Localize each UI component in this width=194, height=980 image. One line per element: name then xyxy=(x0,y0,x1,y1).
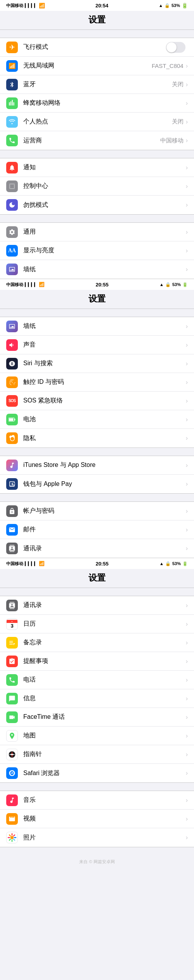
control-center-chevron: › xyxy=(186,183,188,190)
wifi-icon: 📶 xyxy=(39,3,45,9)
row-touchid[interactable]: 触控 ID 与密码 › xyxy=(0,373,194,392)
row-photos[interactable]: 照片 › xyxy=(0,828,194,847)
row-display[interactable]: AA 显示与亮度 › xyxy=(0,241,194,260)
general-label: 通用 xyxy=(23,228,186,236)
music-chevron: › xyxy=(186,797,188,804)
settings-title-3: 设置 xyxy=(0,569,194,588)
svg-line-13 xyxy=(14,839,15,840)
row-account[interactable]: 帐户与密码 › xyxy=(0,502,194,520)
carrier-value: 中国移动 xyxy=(160,137,184,144)
row-sos[interactable]: SOS SOS 紧急联络 › xyxy=(0,392,194,410)
row-control-center[interactable]: 控制中心 › xyxy=(0,177,194,196)
row-wallpaper[interactable]: 墙纸 › xyxy=(0,260,194,279)
airplane-toggle[interactable] xyxy=(166,42,185,53)
display-chevron: › xyxy=(186,247,188,254)
row-facetime[interactable]: FaceTime 通话 › xyxy=(0,708,194,727)
safari-label: Safari 浏览器 xyxy=(23,769,186,777)
bluetooth-icon xyxy=(6,79,18,90)
cellular-label: 蜂窝移动网络 xyxy=(23,99,186,107)
signal-bars: ▎▎▎▎ xyxy=(25,3,37,8)
row-cellular[interactable]: 蜂窝移动网络 › xyxy=(0,94,194,113)
row-itunes[interactable]: iTunes Store 与 App Store › xyxy=(0,456,194,475)
hotspot-value: 关闭 xyxy=(172,118,184,125)
general-icon xyxy=(6,226,18,238)
row-hotspot[interactable]: 个人热点 关闭 › xyxy=(0,113,194,131)
location-3: ▲ xyxy=(159,561,164,566)
row-phone[interactable]: 电话 › xyxy=(0,671,194,689)
notifications-chevron: › xyxy=(186,164,188,171)
row-general[interactable]: 通用 › xyxy=(0,223,194,241)
cellular-icon xyxy=(6,97,18,109)
row-wallet[interactable]: 钱包与 Apple Pay › xyxy=(0,475,194,493)
maps-label: 地图 xyxy=(23,732,186,740)
row-reminders[interactable]: 提醒事项 › xyxy=(0,652,194,671)
account-label: 帐户与密码 xyxy=(23,507,186,515)
wallet-icon xyxy=(6,478,18,490)
hotspot-chevron: › xyxy=(186,118,188,125)
mail-icon xyxy=(6,524,18,536)
time-3: 20:55 xyxy=(95,561,108,567)
wifi-2: 📶 xyxy=(39,282,45,287)
time-display: 20:54 xyxy=(95,3,108,9)
row-maps[interactable]: 地图 › xyxy=(0,727,194,745)
calendar-icon: ▪▪ 3 xyxy=(6,618,18,630)
row-wifi[interactable]: 📶 无线局域网 FAST_C804 › xyxy=(0,57,194,75)
dnd-chevron: › xyxy=(186,201,188,208)
carrier-chevron: › xyxy=(186,137,188,144)
row-privacy[interactable]: 隐私 › xyxy=(0,429,194,448)
row-siri[interactable]: Siri 与搜索 › xyxy=(0,354,194,373)
privacy-label: 隐私 xyxy=(23,434,186,442)
cellular-chevron: › xyxy=(186,100,188,107)
calendar-icon-top: ▪▪ xyxy=(7,620,17,623)
status-bar-2: 中国移动 ▎▎▎▎ 📶 20:55 ▲ 🔒 53% 🔋 xyxy=(0,279,194,290)
reminders-icon xyxy=(6,656,18,667)
row-music[interactable]: 音乐 › xyxy=(0,791,194,810)
section-general-inner: 通用 › AA 显示与亮度 › 墙纸 › xyxy=(0,222,194,279)
row-battery[interactable]: 电池 › xyxy=(0,410,194,429)
carrier-icon xyxy=(6,135,18,146)
location-icon: ▲ xyxy=(159,3,163,8)
row-carrier[interactable]: 运营商 中国移动 › xyxy=(0,131,194,150)
row-notifications[interactable]: 通知 › xyxy=(0,158,194,177)
wallpaper2-chevron: › xyxy=(186,323,188,330)
row-dnd[interactable]: 勿扰模式 › xyxy=(0,196,194,214)
section-notifications-inner: 通知 › 控制中心 › 勿扰模式 › xyxy=(0,158,194,215)
toggle-knob xyxy=(166,42,177,52)
wallet-chevron: › xyxy=(186,480,188,487)
messages-icon xyxy=(6,693,18,704)
facetime-chevron: › xyxy=(186,714,188,721)
status-bar-2-right: ▲ 🔒 53% 🔋 xyxy=(159,282,188,287)
section-itunes-inner: iTunes Store 与 App Store › 钱包与 Apple Pay… xyxy=(0,456,194,494)
row-contacts2[interactable]: 通讯录 › xyxy=(0,596,194,615)
section-s2-1-inner: 墙纸 › 声音 › Siri 与搜索 › xyxy=(0,317,194,448)
sound-icon xyxy=(6,339,18,351)
contacts-label: 通讯录 xyxy=(23,545,186,553)
row-airplane[interactable]: ✈ 飞行模式 xyxy=(0,38,194,57)
status-bar-2-left: 中国移动 ▎▎▎▎ 📶 xyxy=(6,282,45,288)
notifications-icon xyxy=(6,162,18,173)
row-messages[interactable]: 信息 › xyxy=(0,689,194,708)
touchid-label: 触控 ID 与密码 xyxy=(23,378,186,386)
row-notes[interactable]: 备忘录 › xyxy=(0,633,194,652)
lock-2: 🔒 xyxy=(165,282,171,287)
row-sound[interactable]: 声音 › xyxy=(0,336,194,354)
row-mail[interactable]: 邮件 › xyxy=(0,520,194,539)
wifi-label: 无线局域网 xyxy=(23,62,152,70)
facetime-icon xyxy=(6,711,18,723)
row-calendar[interactable]: ▪▪ 3 日历 › xyxy=(0,615,194,633)
row-wallpaper2[interactable]: 墙纸 › xyxy=(0,317,194,336)
phone-chevron: › xyxy=(186,676,188,683)
row-bluetooth[interactable]: 蓝牙 关闭 › xyxy=(0,75,194,94)
section-s3-apps: 通讯录 › ▪▪ 3 日历 › 备忘录 › xyxy=(0,588,194,783)
bluetooth-chevron: › xyxy=(186,81,188,88)
row-contacts[interactable]: 通讯录 › xyxy=(0,539,194,558)
row-safari[interactable]: Safari 浏览器 › xyxy=(0,764,194,782)
section-notifications: 通知 › 控制中心 › 勿扰模式 › xyxy=(0,150,194,215)
row-compass[interactable]: 指南针 › xyxy=(0,745,194,764)
notes-icon xyxy=(6,637,18,649)
row-videos[interactable]: 视频 › xyxy=(0,810,194,828)
messages-chevron: › xyxy=(186,695,188,702)
sos-icon: SOS xyxy=(6,395,18,407)
music-label: 音乐 xyxy=(23,796,186,804)
status-bar-1: 中国移动 ▎▎▎▎ 📶 20:54 ▲ 🔒 53% 🔋 xyxy=(0,0,194,11)
